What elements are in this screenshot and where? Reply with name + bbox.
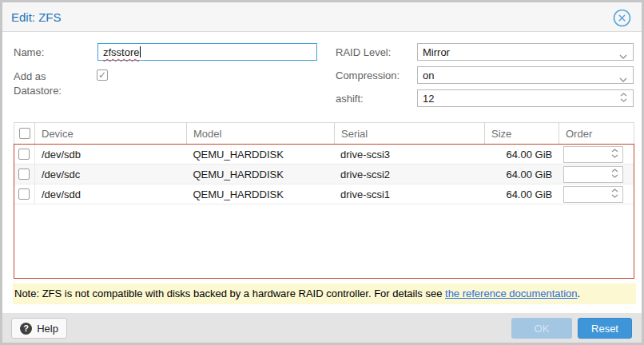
size-cell: 64.00 GiB [483,145,558,164]
help-button-label: Help [37,323,58,335]
chevron-up-icon [611,169,618,172]
chevron-down-icon [620,98,627,102]
device-cell: /dev/sdb [35,145,187,164]
device-cell: /dev/sdd [35,184,187,204]
name-input-value: zfsstore [103,46,140,58]
column-header-serial[interactable]: Serial [335,123,485,144]
chevron-up-icon [620,93,627,97]
name-label: Name: [14,46,44,58]
select-all-header-cell[interactable] [14,123,35,144]
edit-zfs-dialog: Edit: ZFS Name: zfsstore Add as Datastor… [0,0,644,345]
compression-value: on [423,69,434,81]
order-spinner[interactable] [563,146,623,163]
column-header-size[interactable]: Size [485,123,559,144]
chevron-down-icon [619,73,627,85]
chevron-down-icon [611,174,618,178]
row-checkbox-cell [14,165,35,184]
ashift-spinner[interactable]: 12 [417,89,634,107]
zfs-note: Note: ZFS is not compatible with disks b… [13,284,636,304]
order-cell [558,145,634,164]
order-cell [558,165,634,184]
help-button[interactable]: ? Help [11,318,67,339]
order-spinner[interactable] [563,166,623,183]
model-cell: QEMU_HARDDISK [186,145,334,164]
disk-table-header: Device Model Serial Size Order [14,122,634,144]
dialog-footer: ? Help OK Reset [2,313,642,343]
chevron-up-icon [611,149,618,153]
chevron-down-icon [619,50,627,61]
table-row[interactable]: /dev/sdb QEMU_HARDDISK drive-scsi3 64.00… [14,145,634,165]
ok-button[interactable]: OK [511,318,572,339]
spinner-up-down-icons[interactable] [620,93,627,102]
question-mark-icon: ? [20,323,32,335]
table-row[interactable]: /dev/sdd QEMU_HARDDISK drive-scsi1 64.00… [14,184,634,204]
size-cell: 64.00 GiB [483,184,558,204]
reset-button[interactable]: Reset [578,318,632,339]
note-suffix: . [578,288,581,299]
row-checkbox[interactable] [18,169,30,180]
checkmark-icon: ✓ [98,69,106,81]
order-cell [558,184,634,204]
ashift-value: 12 [423,93,434,105]
column-header-order[interactable]: Order [559,123,634,144]
spinner-up-down-icons[interactable] [611,149,618,158]
dialog-titlebar: Edit: ZFS [2,2,642,32]
ok-button-label: OK [535,323,550,335]
reset-button-label: Reset [591,323,618,335]
text-caret [140,46,141,58]
chevron-down-icon [611,154,618,158]
column-header-device[interactable]: Device [35,123,187,144]
order-spinner[interactable] [563,186,623,203]
serial-cell: drive-scsi3 [334,145,484,164]
dialog-title: Edit: ZFS [11,10,62,24]
serial-cell: drive-scsi1 [334,184,484,204]
row-checkbox-cell [14,145,35,164]
raid-level-value: Mirror [423,46,450,58]
add-datastore-label: Add as Datastore: [14,69,89,98]
row-checkbox-cell [14,184,35,204]
add-datastore-checkbox[interactable]: ✓ [97,69,108,81]
model-cell: QEMU_HARDDISK [186,184,334,204]
disk-table-body: /dev/sdb QEMU_HARDDISK drive-scsi3 64.00… [14,144,634,279]
size-cell: 64.00 GiB [483,165,558,184]
ashift-label: ashift: [336,93,364,105]
device-cell: /dev/sdc [35,165,187,184]
serial-cell: drive-scsi2 [334,165,484,184]
chevron-up-icon [611,188,618,192]
compression-label: Compression: [336,69,400,81]
table-row[interactable]: /dev/sdc QEMU_HARDDISK drive-scsi2 64.00… [14,165,634,184]
close-icon[interactable] [612,8,631,27]
column-header-model[interactable]: Model [187,123,335,144]
spinner-up-down-icons[interactable] [611,188,618,198]
compression-select[interactable]: on [417,66,634,84]
name-input[interactable]: zfsstore [97,43,317,61]
chevron-down-icon [611,194,618,198]
select-all-checkbox[interactable] [19,128,30,139]
note-text: Note: ZFS is not compatible with disks b… [14,288,445,299]
reference-documentation-link[interactable]: the reference documentation [445,288,578,299]
raid-level-select[interactable]: Mirror [417,43,634,61]
row-checkbox[interactable] [18,149,30,160]
row-checkbox[interactable] [18,188,30,200]
model-cell: QEMU_HARDDISK [186,165,334,184]
raid-level-label: RAID Level: [336,46,391,58]
spinner-up-down-icons[interactable] [611,169,618,178]
